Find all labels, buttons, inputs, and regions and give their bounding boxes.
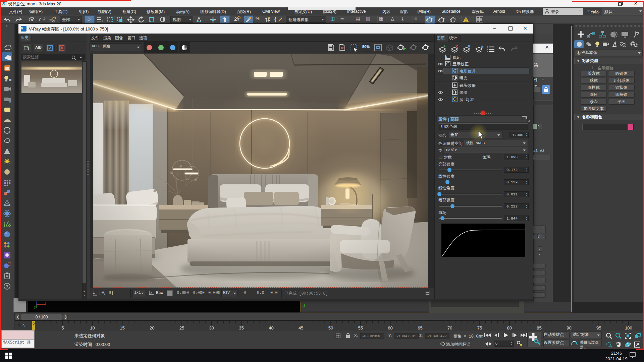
svg-text:60: 60 — [388, 325, 392, 330]
svg-text:85: 85 — [537, 325, 541, 330]
svg-text:70: 70 — [447, 325, 452, 330]
svg-text:▲: ▲ — [480, 44, 484, 49]
svg-text:40: 40 — [269, 325, 273, 330]
svg-text:y: y — [302, 305, 304, 308]
svg-text:■: ■ — [468, 44, 470, 49]
svg-text:25: 25 — [179, 325, 184, 330]
svg-text:90: 90 — [567, 325, 571, 330]
svg-text:5: 5 — [61, 325, 64, 330]
svg-text:100: 100 — [625, 325, 632, 330]
svg-text:30: 30 — [209, 325, 214, 330]
svg-text:45: 45 — [299, 325, 303, 330]
svg-text:x: x — [45, 301, 47, 305]
svg-text:55: 55 — [358, 325, 363, 330]
svg-text:+: + — [443, 44, 446, 49]
svg-text:75: 75 — [477, 325, 482, 330]
svg-text:20: 20 — [150, 325, 154, 330]
svg-text:50: 50 — [328, 325, 333, 330]
svg-text:10: 10 — [90, 325, 95, 330]
svg-text:35: 35 — [239, 325, 244, 330]
svg-text:y: y — [34, 305, 36, 309]
svg-text:15: 15 — [120, 325, 124, 330]
svg-text:?: ? — [6, 284, 8, 289]
svg-text:80: 80 — [507, 325, 512, 330]
svg-text:95: 95 — [596, 325, 601, 330]
svg-text:65: 65 — [418, 325, 422, 330]
svg-text:x: x — [455, 44, 458, 49]
